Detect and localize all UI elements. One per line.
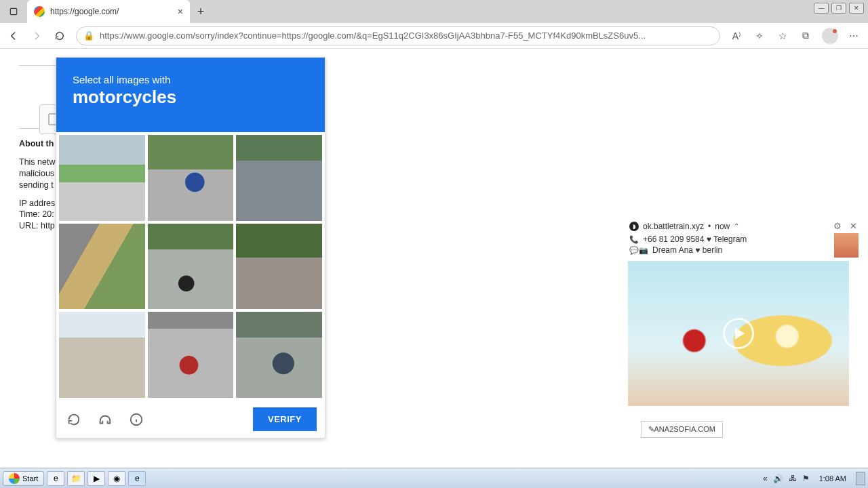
url-input[interactable]: 🔒 https://www.google.com/sorry/index?con… (76, 26, 720, 45)
tab-actions-button[interactable] (0, 0, 27, 23)
reload-challenge-icon[interactable] (64, 410, 83, 429)
notification-link-button[interactable]: ✎ANA2SOFIA.COM (641, 421, 723, 438)
captcha-tile-5[interactable] (148, 224, 234, 310)
windows-logo-icon (9, 473, 20, 484)
profile-avatar[interactable] (822, 28, 838, 44)
info-icon[interactable] (127, 410, 146, 429)
captcha-tile-3[interactable] (236, 135, 322, 221)
minimize-button[interactable]: — (814, 3, 829, 14)
captcha-tile-4[interactable] (59, 224, 145, 310)
phone-icon: 📞 (629, 235, 639, 244)
close-window-button[interactable]: ✕ (849, 3, 864, 14)
show-desktop-button[interactable] (856, 472, 865, 485)
collections-icon[interactable]: ⧉ (799, 29, 812, 43)
notification-origin-icon: ◗ (629, 222, 639, 231)
toolbar-right: A⁾ ✧ ☆ ⧉ ⋯ (730, 28, 861, 44)
notification-image[interactable] (628, 261, 849, 406)
address-bar: 🔒 https://www.google.com/sorry/index?con… (0, 23, 868, 49)
maximize-button[interactable]: ❐ (831, 3, 846, 14)
google-favicon-icon (34, 6, 45, 17)
captcha-target: motorcycles (73, 87, 309, 108)
close-tab-icon[interactable]: × (178, 6, 183, 17)
chevron-up-icon[interactable]: ⌃ (734, 222, 739, 230)
page-content: About th This netw malicious sending t I… (0, 49, 868, 468)
captcha-header: Select all images with motorcycles (56, 58, 325, 132)
play-logo-icon (796, 413, 808, 429)
notification-line-name: 💬📷 Dream Ana ♥ berlin (628, 245, 859, 256)
taskbar-explorer-icon[interactable]: 📁 (67, 471, 85, 486)
captcha-tile-2[interactable] (148, 135, 234, 221)
windows-taskbar: Start e 📁 ▶ ◉ e « 🔊 🖧 ⚑ 1:08 AM (0, 468, 868, 488)
taskbar-edge-icon[interactable]: e (128, 471, 146, 486)
anyrun-watermark: ANY RUN (751, 410, 854, 431)
recaptcha-challenge: Select all images with motorcycles VERIF… (56, 57, 326, 439)
lock-icon: 🔒 (83, 30, 94, 41)
tray-flag-icon[interactable]: ⚑ (802, 474, 810, 483)
refresh-button[interactable] (53, 29, 66, 43)
more-menu-button[interactable]: ⋯ (848, 29, 861, 43)
browser-titlebar: https://google.com/ × + — ❐ ✕ (0, 0, 868, 23)
captcha-instruction: Select all images with (73, 74, 309, 85)
play-icon[interactable] (723, 318, 754, 349)
window-controls: — ❐ ✕ (814, 3, 864, 14)
favorites-icon[interactable]: ☆ (776, 29, 789, 43)
browser-tab[interactable]: https://google.com/ × (27, 0, 190, 23)
read-aloud-icon[interactable]: A⁾ (730, 29, 743, 43)
svg-rect-0 (10, 8, 16, 14)
verify-button[interactable]: VERIFY (253, 407, 317, 431)
taskbar-clock[interactable]: 1:08 AM (819, 474, 846, 483)
notification-source: ok.battletrain.xyz (643, 222, 704, 231)
captcha-footer: VERIFY (56, 401, 325, 438)
taskbar-chrome-icon[interactable]: ◉ (108, 471, 125, 486)
tray-expand-icon[interactable]: « (763, 474, 768, 483)
site-notification: ◗ ok.battletrain.xyz • now ⌃ ⚙ ✕ 📞 +66 8… (628, 218, 859, 406)
new-tab-button[interactable]: + (190, 0, 212, 23)
taskbar-ie-icon[interactable]: e (47, 471, 64, 486)
notification-settings-icon[interactable]: ⚙ (833, 221, 842, 231)
captcha-grid (56, 132, 325, 401)
back-button[interactable] (7, 29, 20, 43)
captcha-tile-1[interactable] (59, 135, 145, 221)
start-button[interactable]: Start (3, 471, 44, 486)
tab-title: https://google.com/ (50, 7, 178, 16)
tray-volume-icon[interactable]: 🔊 (773, 474, 783, 483)
taskbar-media-icon[interactable]: ▶ (87, 471, 105, 486)
notification-time: now (715, 222, 730, 231)
tray-network-icon[interactable]: 🖧 (789, 474, 797, 483)
chat-icon: 💬📷 (629, 246, 648, 255)
notification-header: ◗ ok.battletrain.xyz • now ⌃ ⚙ ✕ (628, 218, 859, 234)
captcha-tile-6[interactable] (236, 224, 322, 310)
captcha-tile-7[interactable] (59, 312, 145, 398)
system-tray: « 🔊 🖧 ⚑ 1:08 AM (763, 472, 865, 485)
captcha-tile-9[interactable] (236, 312, 322, 398)
forward-button[interactable] (30, 29, 43, 43)
notification-line-phone: 📞 +66 81 209 9584 ♥ Telegram (628, 234, 859, 245)
captcha-tile-8[interactable] (148, 312, 234, 398)
tracking-icon[interactable]: ✧ (753, 29, 766, 43)
notification-close-icon[interactable]: ✕ (850, 221, 857, 231)
notification-thumbnail (834, 233, 859, 258)
audio-challenge-icon[interactable] (96, 410, 115, 429)
url-text: https://www.google.com/sorry/index?conti… (100, 30, 646, 41)
